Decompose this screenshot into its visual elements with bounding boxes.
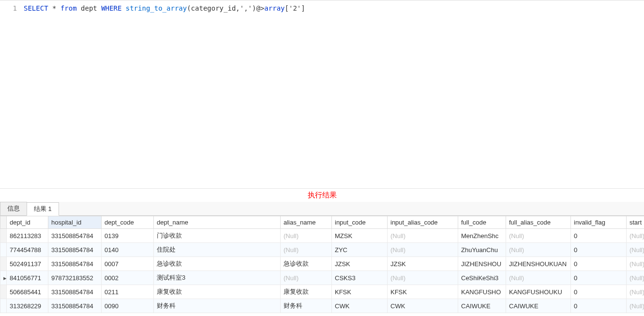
table-row[interactable]: 3132682293315088547840090财务科财务科CWKCWKCAI… (0, 299, 644, 313)
cell-invalid_flag[interactable]: 0 (571, 271, 627, 285)
cell-dept_id[interactable]: 841056771 (7, 271, 48, 285)
col-input_alias_code[interactable]: input_alias_code (388, 216, 458, 229)
cell-input_alias_code[interactable]: JZSK (388, 257, 458, 271)
col-dept_id[interactable]: dept_id (7, 216, 48, 229)
tab-info[interactable]: 信息 (0, 202, 27, 215)
cell-dept_name[interactable]: 住院处 (154, 243, 281, 257)
cell-input_alias_code[interactable]: (Null) (388, 271, 458, 285)
col-full_alias_code[interactable]: full_alias_code (506, 216, 571, 229)
cell-dept_id[interactable]: 774454788 (7, 243, 48, 257)
kw-from: from (60, 4, 77, 12)
cell-dept_name[interactable]: 康复收款 (154, 285, 281, 299)
cell-invalid_flag[interactable]: 0 (571, 299, 627, 313)
cell-dept_id[interactable]: 313268229 (7, 299, 48, 313)
str-comma: ',' (240, 4, 252, 12)
sql-args1: (category_id, (187, 4, 240, 12)
cell-invalid_flag[interactable]: 0 (571, 229, 627, 243)
cell-hospital_id[interactable]: 331508854784 (48, 285, 102, 299)
col-start[interactable]: start (627, 216, 644, 229)
cell-start[interactable]: (Null) (627, 243, 644, 257)
cell-hospital_id[interactable]: 978732183552 (48, 271, 102, 285)
cell-input_alias_code[interactable]: KFSK (388, 285, 458, 299)
table-row[interactable]: 7744547883315088547840140住院处(Null)ZYC(Nu… (0, 243, 644, 257)
sql-editor[interactable]: 1 SELECT * from dept WHERE string_to_arr… (0, 0, 644, 189)
cell-invalid_flag[interactable]: 0 (571, 257, 627, 271)
cell-dept_id[interactable]: 502491137 (7, 257, 48, 271)
cell-alias_name[interactable]: 康复收款 (281, 285, 332, 299)
col-hospital_id[interactable]: hospital_id (48, 216, 102, 229)
line-gutter: 1 (0, 0, 22, 188)
cell-full_code[interactable]: MenZhenShc (458, 229, 506, 243)
col-input_code[interactable]: input_code (332, 216, 388, 229)
cell-dept_code[interactable]: 0211 (102, 285, 154, 299)
cell-full_code[interactable]: CeShiKeShi3 (458, 271, 506, 285)
cell-dept_name[interactable]: 测试科室3 (154, 271, 281, 285)
tab-result1[interactable]: 结果 1 (27, 202, 59, 216)
cell-hospital_id[interactable]: 331508854784 (48, 257, 102, 271)
table-row[interactable]: 5066854413315088547840211康复收款康复收款KFSKKFS… (0, 285, 644, 299)
cell-alias_name[interactable]: (Null) (281, 229, 332, 243)
cell-hospital_id[interactable]: 331508854784 (48, 243, 102, 257)
cell-input_code[interactable]: JZSK (332, 257, 388, 271)
cell-dept_code[interactable]: 0002 (102, 271, 154, 285)
br-close: ] (301, 4, 305, 12)
cell-input_code[interactable]: CWK (332, 299, 388, 313)
row-marker (0, 243, 7, 257)
col-full_code[interactable]: full_code (458, 216, 506, 229)
cell-full_alias_code[interactable]: (Null) (506, 271, 571, 285)
cell-dept_code[interactable]: 0139 (102, 229, 154, 243)
result-tabs: 信息 结果 1 (0, 202, 644, 216)
cell-input_code[interactable]: ZYC (332, 243, 388, 257)
cell-start[interactable]: (Null) (627, 229, 644, 243)
cell-full_alias_code[interactable]: (Null) (506, 243, 571, 257)
table-row[interactable]: 8621132833315088547840139门诊收款(Null)MZSK(… (0, 229, 644, 243)
cell-full_code[interactable]: ZhuYuanChu (458, 243, 506, 257)
cell-input_alias_code[interactable]: CWK (388, 299, 458, 313)
cell-hospital_id[interactable]: 331508854784 (48, 229, 102, 243)
cell-input_code[interactable]: KFSK (332, 285, 388, 299)
cell-start[interactable]: (Null) (627, 285, 644, 299)
cell-full_alias_code[interactable]: KANGFUSHOUKU (506, 285, 571, 299)
cell-start[interactable]: (Null) (627, 299, 644, 313)
result-grid[interactable]: dept_id hospital_id dept_code dept_name … (0, 216, 644, 313)
cell-input_alias_code[interactable]: (Null) (388, 243, 458, 257)
col-dept_code[interactable]: dept_code (102, 216, 154, 229)
cell-input_alias_code[interactable]: (Null) (388, 229, 458, 243)
cell-alias_name[interactable]: (Null) (281, 243, 332, 257)
sql-star: * (48, 4, 60, 12)
cell-dept_name[interactable]: 急诊收款 (154, 257, 281, 271)
cell-full_code[interactable]: KANGFUSHO (458, 285, 506, 299)
sql-args2: )@> (252, 4, 264, 12)
sql-code[interactable]: SELECT * from dept WHERE string_to_array… (22, 0, 644, 188)
col-invalid_flag[interactable]: invalid_flag (571, 216, 627, 229)
cell-start[interactable]: (Null) (627, 271, 644, 285)
cell-full_alias_code[interactable]: JIZHENSHOUKUAN (506, 257, 571, 271)
cell-full_alias_code[interactable]: (Null) (506, 229, 571, 243)
cell-dept_code[interactable]: 0140 (102, 243, 154, 257)
cell-alias_name[interactable]: 财务科 (281, 299, 332, 313)
cell-full_code[interactable]: CAIWUKE (458, 299, 506, 313)
col-dept_name[interactable]: dept_name (154, 216, 281, 229)
cell-full_code[interactable]: JIZHENSHOU (458, 257, 506, 271)
cell-dept_name[interactable]: 财务科 (154, 299, 281, 313)
cell-hospital_id[interactable]: 331508854784 (48, 299, 102, 313)
br-open: [ (285, 4, 289, 12)
cell-full_alias_code[interactable]: CAIWUKE (506, 299, 571, 313)
cell-dept_id[interactable]: 862113283 (7, 229, 48, 243)
cell-invalid_flag[interactable]: 0 (571, 243, 627, 257)
cell-input_code[interactable]: CSKS3 (332, 271, 388, 285)
cell-dept_id[interactable]: 506685441 (7, 285, 48, 299)
cell-dept_name[interactable]: 门诊收款 (154, 229, 281, 243)
table-row[interactable]: 5024911373315088547840007急诊收款急诊收款JZSKJZS… (0, 257, 644, 271)
col-alias_name[interactable]: alias_name (281, 216, 332, 229)
cell-dept_code[interactable]: 0090 (102, 299, 154, 313)
line-number: 1 (0, 4, 17, 12)
cell-alias_name[interactable]: (Null) (281, 271, 332, 285)
table-row[interactable]: ▸8410567719787321835520002测试科室3(Null)CSK… (0, 271, 644, 285)
cell-start[interactable]: (Null) (627, 257, 644, 271)
kw-array: array (264, 4, 285, 12)
cell-dept_code[interactable]: 0007 (102, 257, 154, 271)
cell-input_code[interactable]: MZSK (332, 229, 388, 243)
cell-invalid_flag[interactable]: 0 (571, 285, 627, 299)
cell-alias_name[interactable]: 急诊收款 (281, 257, 332, 271)
